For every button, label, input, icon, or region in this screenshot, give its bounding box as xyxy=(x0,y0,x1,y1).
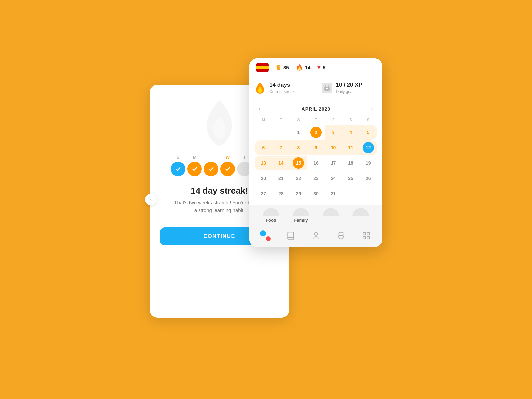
heart-icon: ♥ xyxy=(317,64,321,71)
streak-title: 14 day streak! xyxy=(191,186,248,196)
svg-rect-11 xyxy=(367,236,370,239)
category-family: Family xyxy=(294,218,308,223)
day-label: T xyxy=(210,155,212,160)
category-food: Food xyxy=(266,218,276,223)
day-1: 1 xyxy=(290,125,307,140)
dow-f: F xyxy=(325,116,342,124)
day-19: 19 xyxy=(359,156,377,170)
nav-book[interactable] xyxy=(284,229,297,242)
next-month-button[interactable]: › xyxy=(368,104,376,114)
week-3: 13 14 15 16 17 18 19 xyxy=(255,156,377,170)
day-empty xyxy=(255,131,272,134)
day-label: T xyxy=(243,155,246,160)
day-col-w: W xyxy=(220,155,235,176)
day-empty xyxy=(342,192,360,195)
cal-stats-row: 14 days Current streak 10 / 20 XP Daily … xyxy=(249,77,382,99)
svg-rect-3 xyxy=(326,88,328,89)
day-23: 23 xyxy=(307,171,325,186)
day-label-active: W xyxy=(226,155,230,160)
spanish-flag xyxy=(256,63,269,72)
day-14: 14 xyxy=(272,156,290,170)
month-title: APRIL 2020 xyxy=(302,106,331,112)
nav-character[interactable] xyxy=(309,229,323,242)
day-20: 20 xyxy=(255,171,272,186)
svg-rect-10 xyxy=(363,236,366,239)
nav-store[interactable] xyxy=(360,229,373,242)
day-26: 26 xyxy=(359,171,377,186)
scene: ‹ S M T xyxy=(150,58,382,341)
day-circle-t1 xyxy=(204,162,218,176)
day-16: 16 xyxy=(307,156,325,170)
crown-stat: ♛ 85 xyxy=(275,64,289,71)
streak-stat-box: 14 days Current streak xyxy=(249,77,316,99)
heart-stat: ♥ 5 xyxy=(317,64,325,71)
character-icon xyxy=(312,231,320,240)
day-24: 24 xyxy=(325,171,342,186)
week-2: 6 7 8 9 10 11 12 xyxy=(255,140,377,155)
day-27: 27 xyxy=(255,186,272,201)
day-col-m: M xyxy=(187,155,202,176)
week-5: 27 28 29 30 31 xyxy=(255,186,377,201)
day-3: 3 xyxy=(325,125,342,140)
day-empty xyxy=(359,192,377,195)
streak-stat-text: 14 days Current streak xyxy=(269,82,295,94)
cal-nav: ‹ APRIL 2020 › xyxy=(249,99,382,116)
day-4: 4 xyxy=(342,125,360,140)
svg-rect-9 xyxy=(367,232,370,235)
day-12: 12 xyxy=(359,140,377,155)
week-1: 1 2 3 4 5 xyxy=(255,125,377,140)
day-label: S xyxy=(177,155,180,160)
day-empty xyxy=(272,131,290,134)
day-22: 22 xyxy=(290,171,307,186)
dow-w: W xyxy=(290,116,307,124)
streak-flame-icon xyxy=(255,82,265,94)
streak-flame-icon xyxy=(198,98,241,148)
day-2: 2 xyxy=(307,125,325,140)
day-17: 17 xyxy=(325,156,342,170)
svg-rect-1 xyxy=(325,85,326,87)
day-15-today: 15 xyxy=(290,156,307,170)
cal-header: ♛ 85 🔥 14 ♥ 5 xyxy=(249,58,382,77)
cal-grid: M T W T F S S 1 2 3 4 5 xyxy=(249,116,382,205)
day-circle-s1 xyxy=(171,162,185,176)
day-col-t1: T xyxy=(204,155,218,176)
day-9: 9 xyxy=(307,140,325,155)
prev-month-button[interactable]: ‹ xyxy=(256,104,263,114)
dow-s1: S xyxy=(342,116,360,124)
day-29: 29 xyxy=(290,186,307,201)
dow-m: M xyxy=(255,116,272,124)
cal-nav-bar xyxy=(249,224,382,247)
flame-stat: 🔥 14 xyxy=(296,64,311,71)
day-28: 28 xyxy=(272,186,290,201)
day-30: 30 xyxy=(307,186,325,201)
dow-t: T xyxy=(272,116,290,124)
day-13: 13 xyxy=(255,156,272,170)
day-circle-m xyxy=(187,162,202,176)
svg-rect-8 xyxy=(363,232,366,235)
crown-icon: ♛ xyxy=(275,64,281,71)
flame-icon: 🔥 xyxy=(296,64,303,71)
day-18: 18 xyxy=(342,156,360,170)
day-circle-w xyxy=(220,162,235,176)
day-31: 31 xyxy=(325,186,342,201)
nav-shield[interactable] xyxy=(334,229,348,242)
nav-duo[interactable] xyxy=(259,229,272,242)
svg-rect-2 xyxy=(328,85,329,87)
week-4: 20 21 22 23 24 25 26 xyxy=(255,171,377,186)
day-7: 7 xyxy=(272,140,290,155)
dow-row: M T W T F S S xyxy=(255,116,377,124)
day-11: 11 xyxy=(342,140,360,155)
dow-t2: T xyxy=(307,116,325,124)
goal-stat-text: 10 / 20 XP Daily goal xyxy=(336,82,362,94)
cal-bottom: Food Family xyxy=(249,205,382,247)
day-6: 6 xyxy=(255,140,272,155)
svg-point-4 xyxy=(315,232,318,235)
day-col-s1: S xyxy=(171,155,185,176)
day-5: 5 xyxy=(359,125,377,140)
store-icon xyxy=(362,231,371,240)
left-arrow[interactable]: ‹ xyxy=(145,194,157,205)
day-8: 8 xyxy=(290,140,307,155)
goal-stat-box: 10 / 20 XP Daily goal xyxy=(316,77,383,99)
dow-s2: S xyxy=(359,116,377,124)
day-25: 25 xyxy=(342,171,360,186)
